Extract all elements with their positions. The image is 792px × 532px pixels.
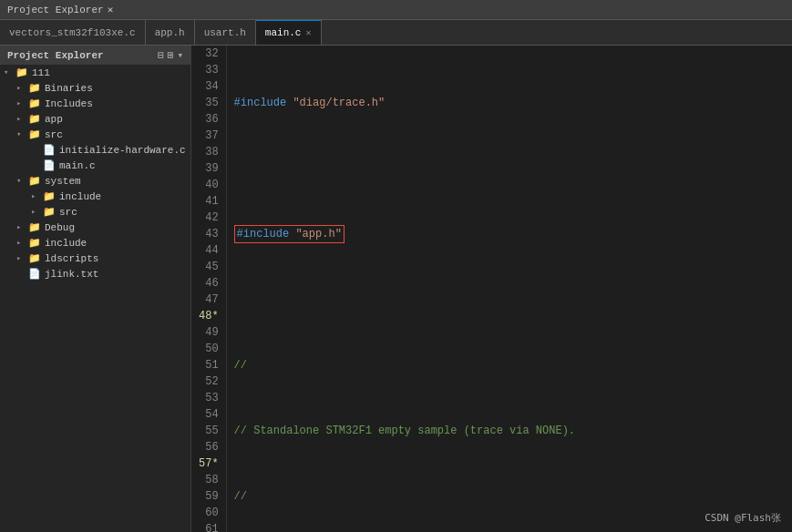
tab-usarth-label: usart.h (204, 27, 246, 38)
sidebar-item-include-root[interactable]: ▸ 📁 include (0, 235, 190, 251)
close-icon[interactable]: ✕ (305, 27, 311, 38)
tab-usarth[interactable]: usart.h (195, 20, 256, 45)
sidebar: Project Explorer ⊟ ⊞ ▾ ▾ 📁 111 ▸ 📁 Binar… (0, 46, 191, 532)
code-line-36: // (234, 357, 785, 373)
tab-mainc-label: main.c (265, 27, 302, 38)
watermark: CSDN @Flash张 (705, 511, 781, 525)
sidebar-item-src[interactable]: ▾ 📁 src (0, 127, 190, 142)
editor: 32 33 34 35 36 37 38 39 40 41 42 43 44 4… (191, 46, 792, 532)
sidebar-item-binaries[interactable]: ▸ 📁 Binaries (0, 80, 190, 96)
sidebar-item-mainc[interactable]: ▸ 📄 main.c (0, 158, 190, 173)
line-numbers: 32 33 34 35 36 37 38 39 40 41 42 43 44 4… (191, 46, 227, 532)
sidebar-item-debug[interactable]: ▸ 📁 Debug (0, 220, 190, 235)
sidebar-item-initialize[interactable]: ▸ 📄 initialize-hardware.c (0, 142, 190, 158)
menu-icon[interactable]: ▾ (177, 49, 183, 61)
code-content[interactable]: #include "diag/trace.h" #include "app.h"… (227, 46, 792, 532)
sidebar-item-include-sys[interactable]: ▸ 📁 include (0, 189, 190, 204)
collapse-icon[interactable]: ⊟ (158, 49, 164, 61)
code-line-33 (234, 160, 785, 177)
tab-mainc[interactable]: main.c ✕ (256, 20, 322, 45)
title-bar: Project Explorer ✕ (0, 0, 792, 20)
sidebar-item-ldscripts[interactable]: ▸ 📁 ldscripts (0, 251, 190, 266)
sidebar-item-src-sys[interactable]: ▸ 📁 src (0, 204, 190, 220)
sidebar-item-system[interactable]: ▾ 📁 system (0, 173, 190, 189)
tab-bar: vectors_stm32f103xe.c app.h usart.h main… (0, 20, 792, 46)
code-line-35 (234, 292, 785, 308)
tab-apph[interactable]: app.h (146, 20, 195, 45)
tab-apph-label: app.h (155, 27, 185, 38)
code-line-34: #include "app.h" (234, 226, 785, 242)
sidebar-item-jlink[interactable]: ▸ 📄 jlink.txt (0, 266, 190, 281)
sidebar-item-app[interactable]: ▸ 📁 app (0, 111, 190, 127)
code-line-37: // Standalone STM32F1 empty sample (trac… (234, 423, 785, 439)
title-bar-title: Project Explorer (7, 5, 104, 15)
sidebar-item-111[interactable]: ▾ 📁 111 (0, 65, 190, 80)
tab-vectors-label: vectors_stm32f103xe.c (9, 27, 136, 38)
filter-icon[interactable]: ⊞ (168, 49, 174, 61)
tab-vectors[interactable]: vectors_stm32f103xe.c (0, 20, 146, 45)
sidebar-header: Project Explorer ⊟ ⊞ ▾ (0, 46, 190, 65)
sidebar-item-includes[interactable]: ▸ 📁 Includes (0, 96, 190, 111)
code-line-32: #include "diag/trace.h" (234, 95, 785, 111)
code-line-38: // (234, 488, 785, 505)
